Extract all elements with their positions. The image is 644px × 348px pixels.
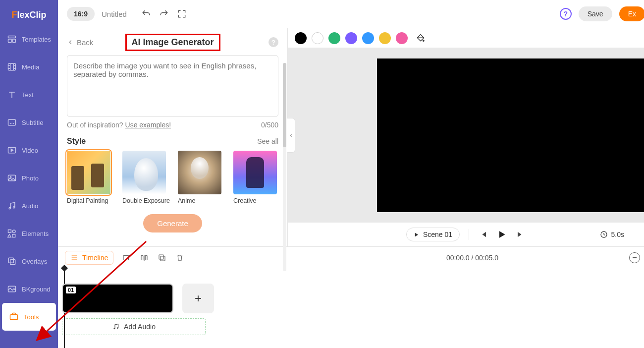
sidebar-item-label: BKground	[22, 286, 51, 293]
tools-icon	[9, 312, 19, 322]
sidebar-item-elements[interactable]: Elements	[0, 220, 58, 247]
color-row	[288, 28, 644, 48]
svg-rect-19	[123, 256, 129, 260]
split-button[interactable]	[139, 253, 149, 263]
use-examples-link[interactable]: Use examples!	[125, 121, 171, 129]
svg-rect-4	[8, 119, 16, 125]
svg-rect-2	[13, 39, 16, 43]
sidebar-item-background[interactable]: BKground	[0, 275, 58, 303]
background-icon	[7, 284, 17, 294]
duplicate-button[interactable]	[157, 253, 167, 263]
undo-icon	[141, 9, 151, 19]
sidebar-item-label: Photo	[22, 174, 39, 182]
sidebar-item-audio[interactable]: Audio	[0, 192, 58, 220]
sidebar-item-overlays[interactable]: Overlays	[0, 247, 58, 275]
skip-back-icon	[479, 230, 487, 239]
sidebar-item-photo[interactable]: Photo	[0, 164, 58, 192]
style-card-creative[interactable]: Creative	[233, 151, 277, 204]
play-button[interactable]	[497, 230, 507, 239]
sidebar-item-subtitle[interactable]: Subtitle	[0, 109, 58, 136]
svg-point-8	[9, 207, 10, 209]
save-button[interactable]: Save	[579, 6, 612, 21]
add-audio-button[interactable]: Add Audio	[62, 318, 206, 335]
split-icon	[140, 253, 149, 262]
svg-rect-3	[8, 63, 16, 70]
zoom-out-button[interactable]: −	[629, 252, 640, 263]
media-icon	[7, 62, 17, 72]
skip-forward-button[interactable]	[516, 230, 526, 239]
style-card-double-exposure[interactable]: Double Exposure	[122, 151, 166, 204]
timeline-time: 00:00.0 / 00:05.0	[446, 254, 498, 262]
fullscreen-button[interactable]	[176, 8, 187, 19]
see-all-link[interactable]: See all	[257, 137, 278, 145]
sidebar-item-label: Media	[22, 63, 39, 71]
overlays-icon	[7, 256, 17, 266]
photo-icon	[7, 173, 17, 183]
aspect-ratio-button[interactable]: 16:9	[67, 7, 95, 21]
svg-rect-16	[10, 315, 18, 320]
svg-rect-23	[161, 256, 165, 261]
fill-tool[interactable]	[416, 33, 426, 43]
logo: FlexClip	[0, 0, 58, 25]
svg-point-17	[423, 40, 425, 41]
scene-selector[interactable]: Scene 01	[406, 228, 460, 241]
collapse-panel-button[interactable]: ‹	[287, 118, 295, 153]
color-swatch[interactable]	[328, 32, 340, 44]
undo-button[interactable]	[141, 8, 152, 19]
color-swatch[interactable]	[295, 32, 307, 44]
play-icon	[497, 229, 507, 240]
style-heading: Style	[67, 137, 86, 146]
skip-back-button[interactable]	[478, 230, 488, 239]
svg-point-25	[117, 327, 118, 329]
canvas-viewport[interactable]: ‹	[288, 48, 644, 223]
panel-help-button[interactable]: ?	[268, 37, 278, 47]
sidebar-item-text[interactable]: Text	[0, 81, 58, 109]
player-bar: Scene 01 5.0s	[288, 223, 644, 246]
panel-scrollbar[interactable]	[283, 63, 286, 271]
trash-icon	[175, 253, 184, 262]
back-button[interactable]: Back	[67, 38, 93, 47]
paint-bucket-icon	[416, 33, 426, 43]
color-swatch[interactable]	[345, 32, 357, 44]
panel-title-highlight: AI Image Generator	[125, 34, 220, 51]
color-swatch[interactable]	[379, 32, 391, 44]
generate-button[interactable]: Generate	[143, 214, 202, 232]
help-button[interactable]: ?	[560, 8, 572, 20]
canvas-scene[interactable]	[377, 58, 644, 212]
svg-point-9	[13, 207, 15, 208]
subtitle-icon	[7, 117, 17, 127]
add-clip-button[interactable]: +	[182, 284, 214, 313]
sidebar-item-tools[interactable]: Tools	[2, 303, 56, 331]
redo-button[interactable]	[159, 8, 169, 19]
color-swatch[interactable]	[362, 32, 374, 44]
inspiration-text: Out of inspiration? Use examples!	[67, 121, 171, 129]
fullscreen-icon	[177, 9, 187, 19]
sidebar-item-templates[interactable]: Templates	[0, 25, 58, 53]
timeline-track[interactable]: 01 + Add Audio	[58, 269, 644, 348]
add-scene-button[interactable]	[121, 253, 131, 263]
project-title[interactable]: Untitled	[102, 10, 127, 18]
color-swatch[interactable]	[396, 32, 408, 44]
sidebar-item-label: Templates	[22, 36, 51, 43]
duration-button[interactable]: 5.0s	[599, 230, 624, 239]
prompt-textarea[interactable]	[67, 55, 278, 117]
clock-icon	[599, 230, 608, 239]
style-card-anime[interactable]: Anime	[178, 151, 221, 204]
timeline-clip[interactable]: 01	[62, 284, 173, 313]
svg-rect-13	[8, 258, 13, 263]
delete-button[interactable]	[175, 253, 185, 263]
color-swatch[interactable]	[312, 32, 323, 44]
style-card-digital-painting[interactable]: Digital Painting	[67, 151, 110, 204]
video-icon	[7, 145, 17, 155]
svg-point-24	[113, 328, 115, 330]
sidebar-item-video[interactable]: Video	[0, 136, 58, 164]
audio-icon	[7, 201, 17, 211]
svg-rect-20	[141, 256, 143, 260]
timeline-button[interactable]: Timeline	[65, 251, 113, 265]
timeline-area: Timeline 00:00.0 / 00:05.0 − 01 +	[58, 246, 644, 348]
export-button[interactable]: Ex	[619, 6, 644, 21]
elements-icon	[7, 229, 17, 238]
sidebar-item-media[interactable]: Media	[0, 53, 58, 81]
sidebar-item-label: Overlays	[22, 258, 47, 265]
sidebar-item-label: Text	[22, 91, 34, 99]
